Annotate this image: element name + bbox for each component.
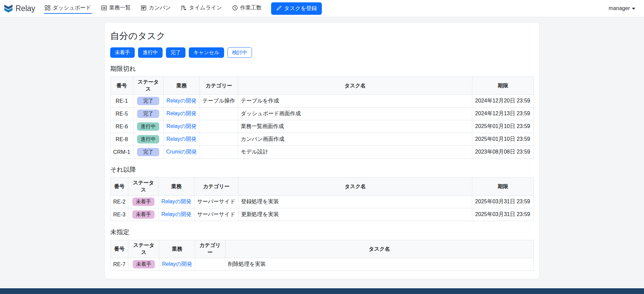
sections: 期限切れ番号ステータス業務カテゴリータスク名期限RE-1完了Relayの開発テー… [110,65,534,271]
register-task-label: タスクを登録 [284,5,317,12]
category-cell [200,108,238,120]
category-cell [195,258,225,271]
business-link[interactable]: Relayの開発 [162,261,192,267]
task-name-cell: 登録処理を実装 [238,196,472,208]
business-link[interactable]: Relayの開発 [167,136,197,142]
status-cell: 完了 [133,95,163,108]
category-cell [200,120,238,133]
filter-button-3[interactable]: キャンセル [189,47,224,58]
relay-logo-icon [3,3,13,13]
task-name-cell: 更新処理を実装 [238,208,472,221]
header-row: 番号ステータス業務カテゴリータスク名期限 [111,178,534,196]
task-name-cell: ダッシュボード画面作成 [238,108,472,120]
column-header: 期限 [472,178,534,196]
brand[interactable]: Relay [3,3,35,13]
status-badge: 完了 [137,110,159,118]
nav-item-kanban[interactable]: カンバン [140,3,172,14]
status-cell: 未着手 [128,196,159,208]
kanban-icon [141,5,146,11]
filter-button-0[interactable]: 未着手 [110,47,135,58]
category-cell: サーバーサイド [194,196,238,208]
pencil-icon [276,6,282,11]
filter-button-2[interactable]: 完了 [166,47,185,58]
business-cell: Relayの開発 [163,133,200,146]
deadline-cell: 2024年12月13日 23:59 [472,108,534,120]
nav-item-label: カンバン [149,4,171,11]
brand-name: Relay [15,4,35,13]
column-header: 業務 [159,240,195,258]
task-table: 番号ステータス業務カテゴリータスク名期限RE-2未着手Relayの開発サーバーサ… [110,177,534,221]
business-link[interactable]: Relayの開発 [161,211,191,217]
column-header: 業務 [163,77,200,95]
table-row: RE-6進行中Relayの開発業務一覧画面作成2025年01月10日 23:59 [111,120,534,133]
caret-down-icon [632,8,635,10]
my-tasks-card: 自分のタスク 未着手進行中完了キャンセル検討中 期限切れ番号ステータス業務カテゴ… [104,22,540,279]
column-header: 番号 [111,178,128,196]
nav-item-label: タイムライン [189,4,222,11]
task-number-cell: RE-3 [111,208,128,221]
column-header: 業務 [159,178,194,196]
status-badge: 完了 [137,97,159,105]
deadline-cell: 2025年01月10日 23:59 [472,133,534,146]
nav-item-timeline[interactable]: タイムライン [180,3,223,14]
status-badge: 進行中 [137,122,159,131]
deadline-cell: 2025年01月10日 23:59 [472,120,534,133]
section-heading: 期限切れ [110,65,534,73]
task-number-cell: RE-5 [111,108,133,120]
task-number-cell: RE-7 [111,258,128,271]
business-link[interactable]: Relayの開発 [167,98,197,103]
column-header: 番号 [111,240,128,258]
nav-item-dashboard[interactable]: ダッシュボード [44,3,92,14]
status-badge: 未着手 [132,198,155,206]
business-link[interactable]: Crumiの開発 [166,149,197,155]
main-content: 自分のタスク 未着手進行中完了キャンセル検討中 期限切れ番号ステータス業務カテゴ… [0,17,644,288]
section-heading: それ以降 [110,165,534,174]
status-cell: 進行中 [133,120,163,133]
timeline-icon [181,5,187,11]
business-cell: Relayの開発 [159,208,194,221]
task-name-cell: 削除処理を実装 [225,258,533,271]
filter-button-4[interactable]: 検討中 [227,47,252,58]
business-link[interactable]: Relayの開発 [167,123,197,129]
business-link[interactable]: Relayの開発 [161,199,191,204]
status-badge: 完了 [137,148,159,156]
deadline-cell: 2024年12月20日 23:59 [472,95,534,108]
task-name-cell: カンバン画面作成 [238,133,472,146]
task-name-cell: モデル設計 [238,146,472,159]
task-number-cell: RE-8 [111,133,133,146]
page-title: 自分のタスク [110,30,534,42]
column-header: カテゴリー [200,77,238,95]
task-section: 未指定番号ステータス業務カテゴリータスク名RE-7未着手Relayの開発削除処理… [110,228,534,271]
task-table: 番号ステータス業務カテゴリータスク名期限RE-1完了Relayの開発テーブル操作… [110,77,534,159]
business-link[interactable]: Relayの開発 [167,111,197,116]
table-row: RE-8進行中Relayの開発カンバン画面作成2025年01月10日 23:59 [111,133,534,146]
navbar: Relay ダッシュボード業務一覧カンバンタイムライン作業工数 タスクを登録 m… [0,0,644,17]
status-cell: 未着手 [128,258,159,271]
header-row: 番号ステータス業務カテゴリータスク名期限 [111,77,534,95]
task-number-cell: CRM-1 [111,146,133,159]
business-cell: Relayの開発 [163,95,200,108]
header-row: 番号ステータス業務カテゴリータスク名 [111,240,534,258]
nav-item-work-hours[interactable]: 作業工数 [231,3,262,14]
task-section: 期限切れ番号ステータス業務カテゴリータスク名期限RE-1完了Relayの開発テー… [110,65,534,159]
navbar-items: ダッシュボード業務一覧カンバンタイムライン作業工数 [44,3,262,14]
task-name-cell: テーブルを作成 [238,95,472,108]
user-menu-dropdown[interactable]: manager [609,5,635,11]
task-name-cell: 業務一覧画面作成 [238,120,472,133]
status-cell: 完了 [133,108,163,120]
table-row: RE-1完了Relayの開発テーブル操作テーブルを作成2024年12月20日 2… [111,95,534,108]
task-number-cell: RE-1 [111,95,133,108]
deadline-cell: 2023年08月08日 23:59 [472,146,534,159]
status-cell: 進行中 [133,133,163,146]
category-cell [200,146,238,159]
table-row: CRM-1完了Crumiの開発モデル設計2023年08月08日 23:59 [111,146,534,159]
user-menu-label: manager [609,5,630,11]
status-filter-buttons: 未着手進行中完了キャンセル検討中 [110,47,534,58]
task-table: 番号ステータス業務カテゴリータスク名RE-7未着手Relayの開発削除処理を実装 [110,240,534,271]
clock-icon [232,5,238,11]
column-header: ステータス [128,178,159,196]
column-header: タスク名 [225,240,533,258]
register-task-button[interactable]: タスクを登録 [271,2,322,15]
filter-button-1[interactable]: 進行中 [138,47,163,58]
nav-item-business-list[interactable]: 業務一覧 [100,3,131,14]
